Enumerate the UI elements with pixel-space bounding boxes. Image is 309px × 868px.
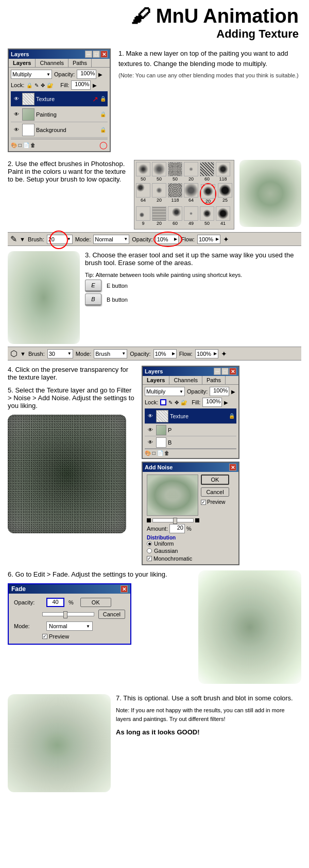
slider-left [147,518,151,522]
brush-cell[interactable]: 50 [168,162,182,182]
preview-check: ✓ Preview [201,499,229,505]
fade-cancel-btn[interactable]: Cancel [98,610,125,619]
layer-painting-2[interactable]: 👁 P [145,424,236,436]
close-button[interactable]: ✕ [100,51,108,58]
fade-titlebar: Fade ✕ [9,584,130,594]
brush-cell[interactable]: 64 [184,183,198,205]
tab-channels[interactable]: Channels [36,59,68,67]
mode-dropdown[interactable]: Normal ▼ [93,235,129,244]
fade-mode-dropdown[interactable]: Normal ▼ [46,621,93,631]
brush-num: 25 [222,198,228,203]
tab-layers-2[interactable]: Layers [143,376,169,384]
mono-checkbox[interactable]: ✓ [147,556,152,561]
brush-cell[interactable]: 20 [152,206,166,226]
eraser-brush-dropdown[interactable]: 30 ▼ [47,349,73,358]
brush-cell[interactable]: 60 [200,162,214,182]
add-noise-close[interactable]: ✕ [229,464,236,471]
brush-cell[interactable]: 9 [136,206,150,226]
close-button-2[interactable]: ✕ [229,368,236,375]
fill-input[interactable]: 100% [71,80,91,90]
eraser-opacity-dropdown[interactable]: 10% ▶ [153,349,177,358]
preview-checkbox[interactable]: ✓ [201,500,206,505]
brush-cell[interactable]: 20 [152,183,166,205]
flow-dropdown[interactable]: 100% ▶ [197,235,220,244]
brush-cell[interactable]: 20 [200,183,216,205]
noise-texture-image [8,415,126,533]
eye-icon-painting[interactable]: 👁 [12,110,21,119]
brush-cell[interactable]: 20 [184,162,198,182]
layer-texture-2[interactable]: 👁 Texture 🔒 [145,408,236,424]
section6-layout: 6. Go to Edit > Fade. Adjust the setting… [8,570,301,684]
eye-icon-background[interactable]: 👁 [12,126,21,134]
step45-text: 4. Click on the preserve transparency fo… [8,366,136,533]
eye-icon-painting-2[interactable]: 👁 [146,426,154,434]
maximize-button[interactable]: □ [93,51,100,58]
arrow-indicator: ↗ [92,95,98,103]
brush-cell[interactable]: 41 [216,206,230,226]
tab-paths-2[interactable]: Paths [202,376,226,384]
brush-size-dropdown[interactable]: 20 ▼ [47,235,73,244]
fade-mode-label: Mode: [14,623,42,629]
noise-slider[interactable] [152,518,194,522]
layer-background[interactable]: 👁 Background 🔒 [11,122,108,138]
gaussian-radio-btn[interactable] [147,548,152,553]
fade-ok-btn[interactable]: OK [80,598,111,607]
b-key-label: B button [107,297,128,303]
brush-tool-icon: ✎ [10,234,17,244]
uniform-radio-btn[interactable] [147,541,152,546]
brush-cell[interactable]: 64 [136,183,150,205]
tab-channels-2[interactable]: Channels [169,376,202,384]
brush-cell[interactable]: 50 [200,206,214,226]
fade-opacity-input[interactable]: 40 [46,598,64,607]
amount-input-row: Amount: 20 % [147,524,234,533]
uniform-radio[interactable]: Uniform [147,541,234,547]
ok-button[interactable]: OK [201,474,229,485]
gaussian-radio[interactable]: Gaussian [147,548,234,554]
brush-num: 50 [157,176,162,182]
fill-input-2[interactable]: 100% [202,398,222,407]
section-7: 7. This is optional. Use a soft brush an… [0,692,309,795]
brush-cell[interactable]: 118 [168,183,182,205]
opacity-input-2[interactable]: 100% [210,387,229,396]
fade-preview-checkbox[interactable]: ✓ [42,634,47,639]
brush-toolbar-1: ✎ ▼ Brush: 20 ▼ Mode: Normal ▼ Opacity: … [8,232,301,246]
opacity-input[interactable]: 100% [77,70,96,79]
tab-layers[interactable]: Layers [9,59,36,67]
preserve-transparency-btn[interactable] [160,399,166,405]
opacity-dropdown[interactable]: 10% ▶ [156,235,179,244]
brush-cell[interactable]: 60 [168,206,182,226]
layer-bg-2[interactable]: 👁 B [145,436,236,449]
eraser-flow-dropdown[interactable]: 100% ▶ [195,349,218,358]
brush-cell[interactable]: 49 [184,206,198,226]
brush-cell[interactable]: 118 [216,162,230,182]
arrow-icon: ▼ [20,236,25,242]
minimize-button-2[interactable]: ─ [214,368,221,375]
gaussian-label: Gaussian [154,548,178,554]
eye-icon-bg-2[interactable]: 👁 [146,438,154,447]
minimize-button[interactable]: ─ [85,51,92,58]
eye-icon-texture-2[interactable]: 👁 [146,412,154,420]
brush-num: 49 [188,221,194,226]
tab-paths[interactable]: Paths [68,59,92,67]
fade-slider[interactable] [42,612,94,616]
brush-cell[interactable]: 50 [152,162,166,182]
fade-close-btn[interactable]: ✕ [121,585,128,593]
cancel-button[interactable]: Cancel [201,487,229,497]
maximize-button-2[interactable]: □ [221,368,229,375]
brush-prev [184,206,198,221]
blend-mode-dropdown-2[interactable]: Multiply ▼ [145,387,185,396]
brush-cell[interactable]: 50 [136,162,150,182]
add-noise-titlebar: Add Noise ✕ [143,463,238,472]
brush-prev [201,184,215,199]
layer-painting[interactable]: 👁 Painting 🔒 [11,107,108,122]
eye-icon-texture[interactable]: 👁 [12,95,21,103]
painting-thumbnail-2 [156,425,166,435]
layer-texture[interactable]: 👁 Texture ↗ 🔒 [11,91,108,107]
lock-icon-background: 🔒 [100,127,106,133]
eraser-mode-dropdown[interactable]: Brush ▼ [94,349,127,358]
brush-prev [216,206,230,221]
amount-input[interactable]: 20 [169,524,185,533]
blend-mode-dropdown[interactable]: Multiply ▼ [11,70,52,79]
lock-row-2: Lock: ✎ ✥ 🔐 Fill: 100% ▶ [145,398,236,407]
brush-cell[interactable]: 25 [218,183,232,205]
